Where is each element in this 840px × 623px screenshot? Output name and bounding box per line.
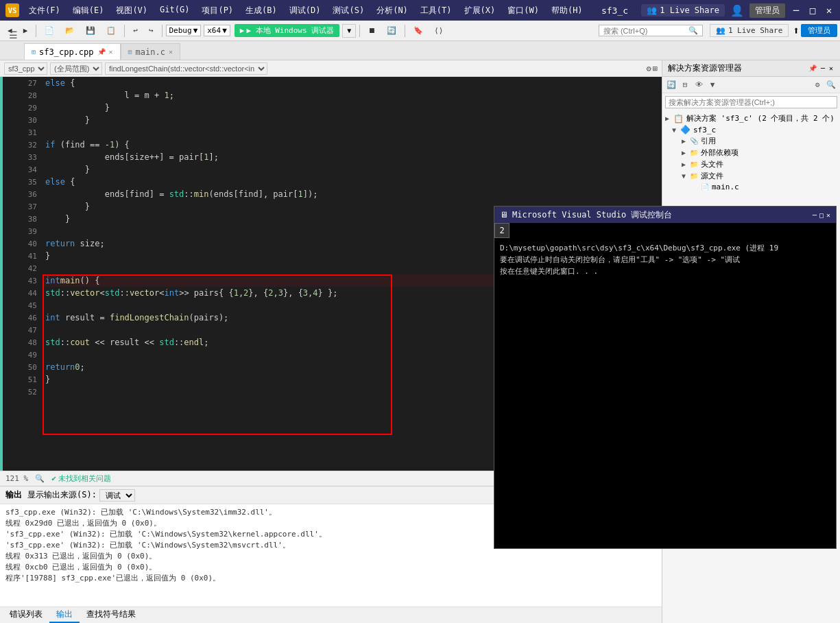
menu-test[interactable]: 测试(S) — [327, 3, 370, 18]
line-number-28: 28 — [3, 89, 43, 102]
share-icon[interactable]: ⬆ — [793, 24, 800, 37]
editor-header-actions: ⚙ ⊞ — [647, 64, 658, 73]
toolbar-divider-3 — [162, 25, 163, 37]
bookmark-button[interactable]: 🔖 — [409, 24, 428, 37]
debug-console-maximize[interactable]: □ — [819, 211, 824, 219]
redo-button[interactable]: ↪ — [144, 24, 158, 37]
manage-label[interactable]: 管理员 — [749, 3, 785, 18]
menu-view[interactable]: 视图(V) — [110, 3, 153, 18]
ref-item[interactable]: ▶ 📎 引用 — [662, 135, 840, 147]
save-all-button[interactable]: 📋 — [101, 24, 121, 37]
debug-console-close[interactable]: ✕ — [826, 211, 830, 219]
collapse-all-icon[interactable]: ⊟ — [679, 79, 691, 91]
sidebar-toggle-button[interactable]: ☰ — [4, 26, 22, 44]
debug-console-icon: 🖥 — [500, 210, 508, 220]
menu-project[interactable]: 项目(P) — [196, 3, 239, 18]
open-button[interactable]: 📂 — [60, 24, 80, 37]
solution-panel-pin[interactable]: 📌 — [807, 63, 818, 73]
output-tab[interactable]: 输出 — [49, 607, 80, 623]
sources-item[interactable]: ▼ 📁 源文件 — [662, 170, 840, 182]
main-c-label: main.c — [712, 183, 739, 191]
tab-main-c-close[interactable]: ✕ — [169, 48, 173, 56]
solution-panel-close[interactable]: ✕ — [828, 63, 835, 73]
menu-bar[interactable]: 文件(F) 编辑(E) 视图(V) Git(G) 项目(P) 生成(B) 调试(… — [23, 3, 588, 18]
function-select[interactable]: findLongestChain(std::vector<std::vector… — [105, 62, 267, 75]
title-bar-controls: 👥 1 Live Share 👤 管理员 ─ □ ✕ — [641, 3, 835, 18]
zoom-icon: 🔍 — [35, 474, 45, 483]
check-icon: ✔ — [51, 474, 56, 483]
menu-git[interactable]: Git(G) — [154, 3, 195, 18]
debug-config-dropdown[interactable]: Debug ▼ — [166, 25, 202, 36]
menu-window[interactable]: 窗口(W) — [502, 3, 544, 18]
main-c-item[interactable]: 📄 main.c — [662, 182, 840, 192]
tab-sf3-cpp[interactable]: ⊞ sf3_cpp.cpp 📌 ✕ — [24, 43, 121, 60]
code-line-33: ends[size++] = pair[1]; — [43, 151, 662, 163]
output-tabs-bar: 错误列表 输出 查找符号结果 — [0, 607, 662, 623]
menu-help[interactable]: 帮助(H) — [546, 3, 588, 18]
output-source-dropdown[interactable]: 调试 — [99, 489, 135, 502]
menu-file[interactable]: 文件(F) — [23, 3, 66, 18]
debug-console-minimize[interactable]: ─ — [813, 211, 817, 219]
solution-root-item[interactable]: ▶ 📋 解决方案 'sf3_c' (2 个项目，共 2 个) — [662, 113, 840, 124]
arch-dropdown[interactable]: x64 ▼ — [204, 25, 230, 36]
debug-console: 🖥 Microsoft Visual Studio 调试控制台 ─ □ ✕ 2 … — [494, 206, 837, 549]
error-list-tab[interactable]: 错误列表 — [3, 607, 49, 623]
new-file-button[interactable]: 📄 — [40, 24, 59, 37]
properties-icon[interactable]: ⚙ — [811, 79, 824, 91]
tab-sf3-cpp-close[interactable]: ✕ — [109, 48, 113, 56]
project-expand-icon: ▼ — [672, 126, 680, 134]
solution-search-input[interactable] — [669, 98, 834, 106]
output-source-selector: 显示输出来源(S): 调试 — [27, 489, 135, 502]
close-button[interactable]: ✕ — [824, 5, 835, 16]
filter-icon[interactable]: ▼ — [706, 79, 719, 91]
arch-arrow: ▼ — [222, 26, 227, 35]
profile-icon[interactable]: 👤 — [730, 4, 744, 17]
headers-icon: 📁 — [690, 161, 698, 168]
line-numbers: 2728293031323334353637383940414243444546… — [3, 77, 43, 398]
menu-analyze[interactable]: 分析(N) — [371, 3, 413, 18]
show-all-icon[interactable]: 👁 — [693, 79, 705, 91]
maximize-button[interactable]: □ — [807, 5, 818, 16]
menu-debug[interactable]: 调试(D) — [284, 3, 326, 18]
restart-button[interactable]: 🔄 — [382, 24, 401, 37]
settings-icon[interactable]: ⚙ — [647, 64, 651, 73]
line-number-35: 35 — [3, 176, 43, 188]
menu-edit[interactable]: 编辑(E) — [67, 3, 110, 18]
gutter: 2728293031323334353637383940414243444546… — [3, 77, 43, 471]
live-share-toolbar-button[interactable]: 👥 1 Live Share — [710, 24, 789, 37]
project-item[interactable]: ▼ 🔷 sf3_c — [662, 124, 840, 135]
menu-build[interactable]: 生成(B) — [240, 3, 283, 18]
scope-select[interactable]: (全局范围) — [50, 62, 102, 75]
run-dropdown-button[interactable]: ▼ — [342, 24, 356, 38]
search-icon: 🔍 — [688, 26, 698, 35]
save-button[interactable]: 💾 — [81, 24, 100, 37]
menu-tools[interactable]: 工具(T) — [415, 3, 457, 18]
split-icon[interactable]: ⊞ — [653, 64, 658, 73]
menu-extensions[interactable]: 扩展(X) — [459, 3, 501, 18]
undo-button[interactable]: ↩ — [128, 24, 143, 37]
nav-button[interactable]: ⟨⟩ — [429, 24, 448, 37]
solution-panel-minimize[interactable]: ─ — [819, 63, 826, 73]
search-input[interactable] — [603, 27, 686, 35]
manage-button[interactable]: 管理员 — [801, 24, 837, 37]
sync-icon[interactable]: 🔄 — [665, 79, 677, 91]
debug-line-2: 按在任意键关闭此窗口. . . — [500, 266, 830, 277]
vs-icon: VS — [5, 3, 19, 17]
debug-console-controls: ─ □ ✕ — [813, 211, 830, 219]
preview-icon[interactable]: 🔍 — [825, 79, 837, 91]
search-box[interactable]: 🔍 — [599, 25, 703, 36]
code-line-29: } — [43, 102, 662, 114]
code-line-36: ends[find] = std::min(ends[find], pair[1… — [43, 188, 662, 200]
file-select[interactable]: sf3_cpp — [4, 62, 47, 75]
tab-main-c[interactable]: ⊞ main.c ✕ — [121, 43, 180, 60]
minimize-button[interactable]: ─ — [791, 5, 802, 16]
stop-button[interactable]: ⏹ — [363, 24, 381, 37]
tab-sf3-cpp-pin[interactable]: 📌 — [97, 48, 106, 56]
live-share-button[interactable]: 👥 1 Live Share — [641, 4, 725, 16]
headers-item[interactable]: ▶ 📁 头文件 — [662, 158, 840, 170]
ext-deps-item[interactable]: ▶ 📁 外部依赖项 — [662, 147, 840, 158]
solution-search-box[interactable] — [665, 96, 837, 108]
run-button[interactable]: ▶ ▶ 本地 Windows 调试器 — [235, 24, 339, 37]
window-title: sf3_c — [601, 5, 628, 16]
find-symbols-tab[interactable]: 查找符号结果 — [80, 607, 143, 623]
